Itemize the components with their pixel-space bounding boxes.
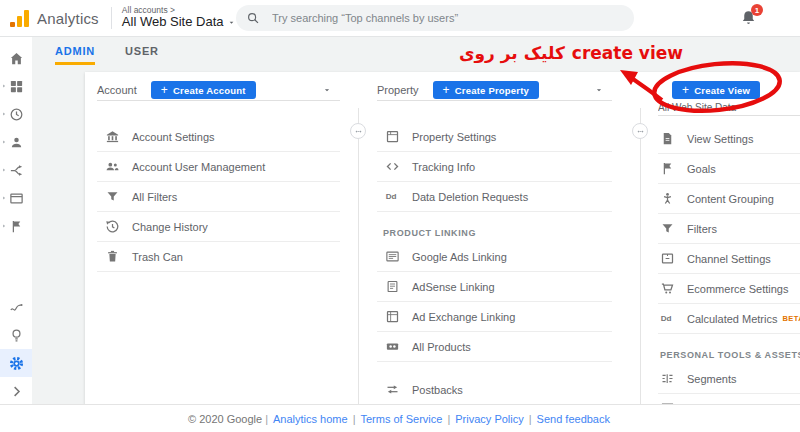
admin-gear-icon [9, 356, 24, 371]
account-dropdown-caret-icon[interactable] [322, 85, 332, 95]
behavior-icon [9, 191, 24, 206]
footer-link[interactable]: Terms of Service [360, 413, 442, 425]
list-item-label: All Products [412, 341, 471, 353]
flag-icon [660, 161, 675, 176]
people-icon [105, 159, 120, 174]
list-item[interactable]: Ad Exchange Linking [377, 302, 612, 332]
logo-bar [17, 16, 22, 27]
create-property-button[interactable]: + Create Property [433, 81, 540, 99]
list-item[interactable]: Postbacks [377, 375, 612, 405]
plus-icon: + [161, 84, 168, 96]
list-item[interactable]: Ecommerce Settings [658, 274, 800, 304]
list-item-label: Tracking Info [412, 161, 475, 173]
history-icon [105, 219, 120, 234]
list-item[interactable]: Content Grouping [658, 184, 800, 214]
sidebar-item-attribution[interactable] [0, 293, 32, 321]
search-input[interactable] [270, 11, 624, 25]
list-item-label: Ad Exchange Linking [412, 311, 515, 323]
list-item[interactable]: AdSense Linking [377, 272, 612, 302]
create-account-button[interactable]: + Create Account [151, 81, 256, 99]
analytics-logo-icon[interactable] [10, 9, 29, 27]
all-products-icon [385, 339, 400, 354]
list-item[interactable]: DdCalculated MetricsBETA [658, 304, 800, 334]
sidebar-item-admin[interactable] [0, 349, 32, 377]
list-item[interactable]: All Filters [97, 182, 340, 212]
caret-down-icon [227, 18, 236, 27]
notification-badge: 1 [751, 4, 763, 16]
view-selector-label[interactable]: All Web Site Data [658, 102, 800, 115]
list-item[interactable]: Account Settings [97, 122, 340, 152]
acquisition-icon [9, 163, 24, 178]
tab-admin[interactable]: ADMIN [55, 45, 95, 65]
sidebar-item-conversions[interactable] [0, 212, 32, 240]
doc-icon [660, 131, 675, 146]
expander-icon[interactable] [1, 139, 7, 145]
sidebar-item-realtime[interactable] [0, 100, 32, 128]
collapse-column-button[interactable] [632, 123, 648, 139]
trash-icon [105, 249, 120, 264]
discover-icon [9, 328, 24, 343]
sidebar-item-acquisition[interactable] [0, 156, 32, 184]
left-nav-sidebar [0, 36, 32, 405]
segments-icon [660, 371, 675, 386]
search-icon [246, 11, 260, 25]
list-item[interactable]: Account User Management [97, 152, 340, 182]
list-item-label: Postbacks [412, 384, 463, 396]
ads-card-icon [385, 249, 400, 264]
property-dropdown-caret-icon[interactable] [594, 85, 604, 95]
collapse-column-button[interactable] [350, 123, 366, 139]
list-item[interactable]: Channel Settings [658, 244, 800, 274]
account-switcher[interactable]: All accounts > All Web Site Data [122, 6, 237, 31]
footer-link[interactable]: Analytics home [273, 413, 348, 425]
divider [111, 7, 112, 29]
list-item-label: Account Settings [132, 131, 215, 143]
list-item[interactable]: DdData Deletion Requests [377, 182, 612, 212]
notifications-bell-icon[interactable]: 1 [740, 9, 757, 26]
divider [97, 100, 340, 101]
list-item-label: Goals [687, 163, 716, 175]
property-column: Property + Create Property Property Sett… [377, 80, 612, 405]
footer-separator: | [265, 413, 268, 425]
list-item[interactable]: Goals [658, 154, 800, 184]
sidebar-item-customization[interactable] [0, 72, 32, 100]
list-item[interactable]: Filters [658, 214, 800, 244]
channel-icon [660, 251, 675, 266]
list-item[interactable]: View Settings [658, 124, 800, 154]
sidebar-item-audience[interactable] [0, 128, 32, 156]
tab-user[interactable]: USER [125, 45, 159, 65]
section-header: PERSONAL TOOLS & ASSETS [658, 334, 800, 364]
sidebar-item-behavior[interactable] [0, 184, 32, 212]
list-item[interactable]: Tracking Info [377, 152, 612, 182]
sidebar-item-discover[interactable] [0, 321, 32, 349]
copyright: © 2020 Google [188, 413, 262, 425]
footer-link[interactable]: Send feedback [537, 413, 610, 425]
expander-icon[interactable] [1, 167, 7, 173]
list-item[interactable]: All Products [377, 332, 612, 362]
list-item[interactable]: Segments [658, 364, 800, 394]
annotation-text-farsi: کلیک بر روی [459, 43, 565, 63]
grouping-icon [660, 191, 675, 206]
list-item-label: Change History [132, 221, 208, 233]
expander-icon[interactable] [1, 223, 7, 229]
view-column: + Create View All Web Site Data View Set… [658, 80, 800, 405]
list-item[interactable]: Google Ads Linking [377, 242, 612, 272]
create-view-button[interactable]: + Create View [672, 81, 760, 99]
property-column-label: Property [377, 84, 419, 96]
collapse-arrows-icon [354, 127, 363, 136]
svg-text:Dd: Dd [386, 192, 397, 201]
realtime-icon [9, 107, 24, 122]
expander-icon[interactable] [1, 111, 7, 117]
list-item[interactable]: Trash Can [97, 242, 340, 272]
audience-icon [9, 135, 24, 150]
list-item[interactable]: Change History [97, 212, 340, 242]
list-item[interactable]: Property Settings [377, 122, 612, 152]
svg-text:Dd: Dd [661, 314, 672, 323]
expander-icon[interactable] [1, 195, 7, 201]
footer-separator: | [353, 413, 356, 425]
sidebar-item-home[interactable] [0, 44, 32, 72]
logo-bar [24, 10, 29, 27]
expander-icon[interactable] [1, 83, 7, 89]
column-divider [358, 108, 359, 405]
footer-link[interactable]: Privacy Policy [455, 413, 523, 425]
sidebar-item-collapse[interactable] [0, 377, 32, 405]
